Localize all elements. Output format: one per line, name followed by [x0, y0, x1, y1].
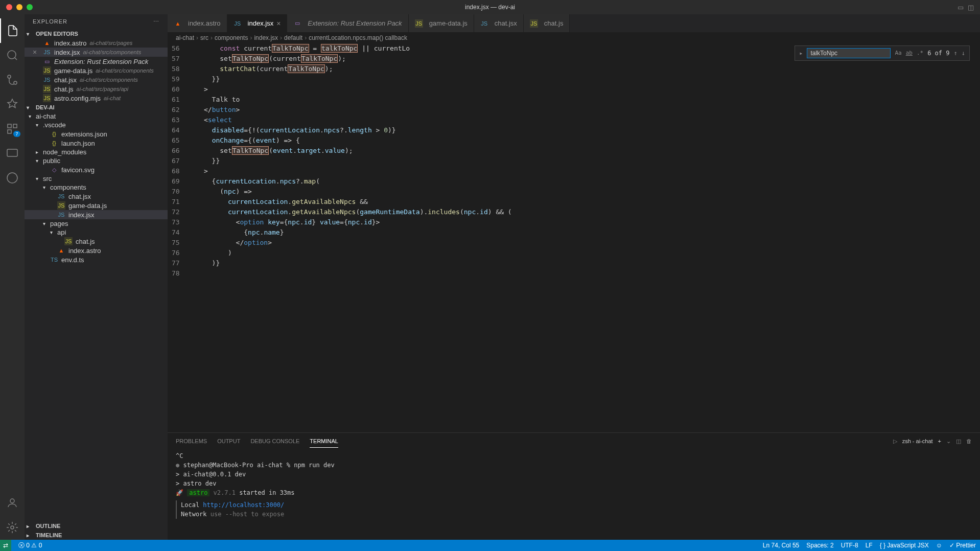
file-item[interactable]: JSindex.jsx [25, 210, 168, 219]
find-input[interactable] [807, 48, 891, 58]
code-line[interactable]: {npc.name} [188, 227, 980, 238]
open-editors-header[interactable]: ▾ OPEN EDITORS [25, 29, 168, 38]
code-line[interactable]: <option key={npc.id} value={npc.id}> [188, 217, 980, 227]
code-line[interactable]: onChange={(event) => { [188, 135, 980, 146]
breadcrumb-item[interactable]: src [200, 34, 208, 41]
open-editor-item[interactable]: JSchat.jsai-chat/src/pages/api [25, 84, 168, 94]
breadcrumb-item[interactable]: components [215, 34, 248, 41]
workspace-header[interactable]: ▾ DEV-AI [25, 103, 168, 112]
terminal-dropdown-icon[interactable]: ⌄ [946, 438, 951, 445]
code-line[interactable]: }} [188, 156, 980, 166]
code-line[interactable]: > [188, 166, 980, 176]
remote-indicator[interactable]: ⇄ [0, 540, 11, 551]
explorer-activity[interactable] [0, 18, 25, 43]
search-activity[interactable] [0, 43, 25, 67]
terminal-output[interactable]: ^C ● stephan@MacBook-Pro ai-chat % npm r… [168, 449, 980, 540]
file-item[interactable]: {}extensions.json [25, 129, 168, 139]
code-content[interactable]: const currentTalkToNpc = talkToNpc || cu… [188, 43, 980, 432]
indentation-status[interactable]: Spaces: 2 [806, 542, 833, 549]
file-item[interactable]: TSenv.d.ts [25, 255, 168, 264]
code-line[interactable]: </button> [188, 105, 980, 115]
breadcrumbs[interactable]: ai-chat›src›components›index.jsx›default… [168, 32, 980, 43]
open-editor-item[interactable]: ×JSindex.jsxai-chat/src/components [25, 48, 168, 57]
minimize-window-button[interactable] [16, 4, 22, 10]
more-icon[interactable]: ⋯ [153, 18, 159, 25]
file-item[interactable]: JSchat.jsx [25, 192, 168, 201]
match-case-toggle[interactable]: Aa [895, 48, 901, 58]
code-line[interactable]: </option> [188, 238, 980, 248]
open-editor-item[interactable]: ▭Extension: Rust Extension Pack [25, 57, 168, 66]
breadcrumb-item[interactable]: ai-chat [176, 34, 194, 41]
extensions-activity[interactable]: 7 [0, 117, 25, 141]
file-item[interactable]: ▲index.astro [25, 246, 168, 255]
folder-item[interactable]: ▾pages [25, 219, 168, 228]
code-editor[interactable]: ▸ Aa ab .* 6 of 9 ↑ ↓ 565758596061626364… [168, 43, 980, 432]
new-terminal-icon[interactable]: + [938, 438, 941, 444]
editor-tab[interactable]: ▭Extension: Rust Extension Pack [287, 14, 408, 32]
close-window-button[interactable] [6, 4, 12, 10]
prettier-status[interactable]: ✓ Prettier [949, 542, 976, 549]
layout-panel-icon[interactable]: ▭ [958, 4, 964, 11]
panel-tab-problems[interactable]: PROBLEMS [176, 435, 207, 447]
code-line[interactable]: )} [188, 258, 980, 268]
panel-tab-debug-console[interactable]: DEBUG CONSOLE [250, 435, 299, 447]
language-status[interactable]: { } JavaScript JSX [880, 542, 929, 549]
breadcrumb-item[interactable]: currentLocation.npcs.map() callback [309, 34, 407, 41]
feedback-icon[interactable]: ☺ [936, 542, 942, 549]
breadcrumb-item[interactable]: index.jsx [254, 34, 278, 41]
kill-terminal-icon[interactable]: 🗑 [966, 438, 972, 444]
code-line[interactable]: disabled={!(currentLocation.npcs?.length… [188, 125, 980, 135]
folder-item[interactable]: ▾public [25, 156, 168, 165]
folder-item[interactable]: ▾components [25, 183, 168, 192]
folder-item[interactable]: ▸node_modules [25, 148, 168, 156]
open-editor-item[interactable]: JSastro.config.mjsai-chat [25, 94, 168, 103]
code-line[interactable]: <select [188, 115, 980, 125]
source-control-activity[interactable] [0, 67, 25, 92]
folder-item[interactable]: ▾api [25, 228, 168, 237]
regex-toggle[interactable]: .* [917, 48, 923, 58]
close-tab-icon[interactable]: × [276, 19, 281, 28]
layout-sidebar-icon[interactable]: ◫ [968, 4, 974, 11]
panel-tab-output[interactable]: OUTPUT [217, 435, 240, 447]
panel-tab-terminal[interactable]: TERMINAL [310, 435, 338, 448]
open-editor-item[interactable]: ▲index.astroai-chat/src/pages [25, 38, 168, 48]
file-item[interactable]: JSgame-data.js [25, 201, 168, 210]
file-item[interactable]: {}launch.json [25, 139, 168, 148]
split-terminal-icon[interactable]: ◫ [956, 438, 961, 445]
code-line[interactable]: }} [188, 74, 980, 84]
edge-activity[interactable] [0, 166, 25, 190]
code-line[interactable]: currentLocation.getAvailableNpcs(gameRun… [188, 207, 980, 217]
outline-header[interactable]: ▸ OUTLINE [25, 521, 168, 531]
open-editor-item[interactable]: JSgame-data.jsai-chat/src/components [25, 66, 168, 75]
editor-tab[interactable]: JSchat.jsx [474, 14, 524, 32]
file-item[interactable]: JSchat.js [25, 237, 168, 246]
remote-activity[interactable] [0, 141, 25, 166]
find-prev-icon[interactable]: ↑ [954, 48, 958, 58]
close-icon[interactable]: × [33, 48, 41, 56]
editor-tab[interactable]: JSindex.jsx× [227, 14, 288, 32]
eol-status[interactable]: LF [866, 542, 873, 549]
open-editor-item[interactable]: JSchat.jsxai-chat/src/components [25, 75, 168, 84]
timeline-header[interactable]: ▸ TIMELINE [25, 531, 168, 540]
code-line[interactable]: ) [188, 248, 980, 258]
debug-activity[interactable] [0, 92, 25, 117]
whole-word-toggle[interactable]: ab [906, 48, 913, 58]
editor-tab[interactable]: JSchat.js [524, 14, 570, 32]
code-line[interactable]: Talk to [188, 95, 980, 105]
breadcrumb-item[interactable]: default [284, 34, 302, 41]
code-line[interactable]: > [188, 84, 980, 95]
problems-status[interactable]: ⓧ 0 ⚠ 0 [18, 541, 42, 550]
settings-activity[interactable] [0, 515, 25, 540]
maximize-window-button[interactable] [27, 4, 33, 10]
folder-item[interactable]: ▾ai-chat [25, 112, 168, 121]
code-line[interactable]: (npc) => [188, 187, 980, 197]
folder-item[interactable]: ▾src [25, 174, 168, 183]
editor-tab[interactable]: JSgame-data.js [409, 14, 474, 32]
cursor-position[interactable]: Ln 74, Col 55 [763, 542, 799, 549]
code-line[interactable]: {currentLocation.npcs?.map( [188, 176, 980, 187]
terminal-profile-icon[interactable]: ▷ [893, 438, 897, 445]
code-line[interactable]: setTalkToNpc(event.target.value); [188, 146, 980, 156]
editor-tab[interactable]: ▲index.astro [168, 14, 227, 32]
folder-item[interactable]: ▾.vscode [25, 121, 168, 129]
terminal-name[interactable]: zsh - ai-chat [902, 438, 933, 444]
